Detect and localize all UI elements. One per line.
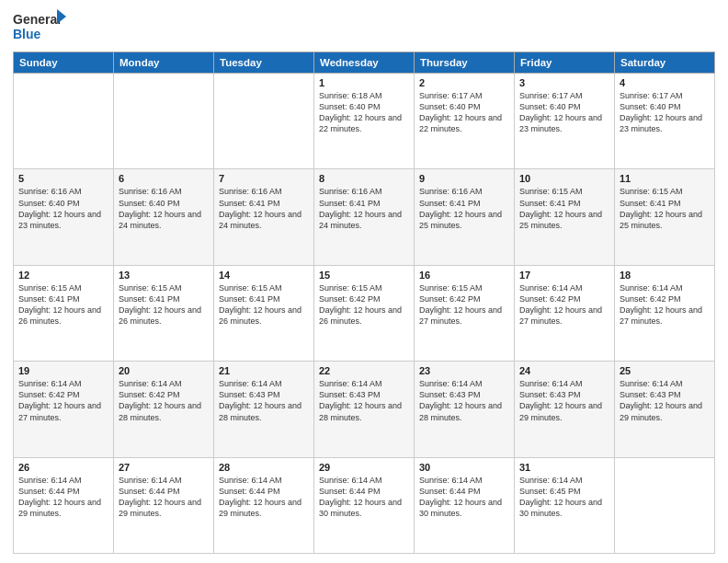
day-info: Sunrise: 6:14 AMSunset: 6:43 PMDaylight:… — [519, 378, 609, 423]
day-info: Sunrise: 6:17 AMSunset: 6:40 PMDaylight:… — [419, 90, 509, 135]
day-cell: 7Sunrise: 6:16 AMSunset: 6:41 PMDaylight… — [214, 169, 314, 265]
day-info: Sunrise: 6:14 AMSunset: 6:43 PMDaylight:… — [319, 378, 409, 423]
day-cell: 9Sunrise: 6:16 AMSunset: 6:41 PMDaylight… — [415, 169, 515, 265]
week-row-5: 26Sunrise: 6:14 AMSunset: 6:44 PMDayligh… — [14, 457, 715, 553]
day-number: 20 — [119, 365, 209, 376]
day-info: Sunrise: 6:14 AMSunset: 6:43 PMDaylight:… — [219, 378, 309, 423]
day-info: Sunrise: 6:15 AMSunset: 6:41 PMDaylight:… — [620, 186, 710, 231]
header-row: SundayMondayTuesdayWednesdayThursdayFrid… — [14, 52, 715, 74]
day-cell — [14, 74, 114, 169]
svg-text:General: General — [13, 12, 61, 27]
day-number: 15 — [319, 270, 409, 281]
day-cell: 17Sunrise: 6:14 AMSunset: 6:42 PMDayligh… — [515, 265, 615, 361]
day-cell: 11Sunrise: 6:15 AMSunset: 6:41 PMDayligh… — [615, 169, 715, 265]
day-cell: 19Sunrise: 6:14 AMSunset: 6:42 PMDayligh… — [14, 362, 114, 457]
day-cell: 25Sunrise: 6:14 AMSunset: 6:43 PMDayligh… — [615, 362, 715, 457]
day-number: 21 — [219, 365, 309, 376]
day-cell: 12Sunrise: 6:15 AMSunset: 6:41 PMDayligh… — [14, 265, 114, 361]
col-header-monday: Monday — [114, 52, 214, 74]
day-info: Sunrise: 6:14 AMSunset: 6:42 PMDaylight:… — [620, 282, 710, 327]
day-number: 29 — [319, 462, 409, 473]
day-info: Sunrise: 6:16 AMSunset: 6:41 PMDaylight:… — [419, 186, 509, 231]
day-cell: 8Sunrise: 6:16 AMSunset: 6:41 PMDaylight… — [314, 169, 415, 265]
day-number: 25 — [620, 365, 710, 376]
day-number: 13 — [119, 270, 209, 281]
day-cell: 26Sunrise: 6:14 AMSunset: 6:44 PMDayligh… — [14, 457, 114, 553]
day-info: Sunrise: 6:14 AMSunset: 6:44 PMDaylight:… — [119, 475, 209, 520]
day-info: Sunrise: 6:14 AMSunset: 6:42 PMDaylight:… — [519, 282, 609, 327]
day-number: 7 — [219, 173, 309, 184]
day-cell: 31Sunrise: 6:14 AMSunset: 6:45 PMDayligh… — [515, 457, 615, 553]
col-header-thursday: Thursday — [415, 52, 515, 74]
day-info: Sunrise: 6:17 AMSunset: 6:40 PMDaylight:… — [519, 90, 609, 135]
calendar-page: GeneralBlue SundayMondayTuesdayWednesday… — [0, 0, 728, 563]
day-number: 31 — [519, 462, 609, 473]
day-info: Sunrise: 6:15 AMSunset: 6:41 PMDaylight:… — [219, 282, 309, 327]
day-info: Sunrise: 6:16 AMSunset: 6:41 PMDaylight:… — [319, 186, 409, 231]
day-info: Sunrise: 6:14 AMSunset: 6:43 PMDaylight:… — [419, 378, 509, 423]
day-cell: 2Sunrise: 6:17 AMSunset: 6:40 PMDaylight… — [415, 74, 515, 169]
day-info: Sunrise: 6:17 AMSunset: 6:40 PMDaylight:… — [620, 90, 710, 135]
day-number: 5 — [18, 173, 108, 184]
day-number: 28 — [219, 462, 309, 473]
col-header-wednesday: Wednesday — [314, 52, 415, 74]
week-row-2: 5Sunrise: 6:16 AMSunset: 6:40 PMDaylight… — [14, 169, 715, 265]
day-cell: 14Sunrise: 6:15 AMSunset: 6:41 PMDayligh… — [214, 265, 314, 361]
calendar-table: SundayMondayTuesdayWednesdayThursdayFrid… — [13, 52, 715, 554]
day-info: Sunrise: 6:16 AMSunset: 6:41 PMDaylight:… — [219, 186, 309, 231]
day-cell: 10Sunrise: 6:15 AMSunset: 6:41 PMDayligh… — [515, 169, 615, 265]
day-cell: 27Sunrise: 6:14 AMSunset: 6:44 PMDayligh… — [114, 457, 214, 553]
day-cell: 30Sunrise: 6:14 AMSunset: 6:44 PMDayligh… — [415, 457, 515, 553]
day-cell: 20Sunrise: 6:14 AMSunset: 6:42 PMDayligh… — [114, 362, 214, 457]
day-cell — [214, 74, 314, 169]
day-cell — [615, 457, 715, 553]
day-cell: 3Sunrise: 6:17 AMSunset: 6:40 PMDaylight… — [515, 74, 615, 169]
week-row-4: 19Sunrise: 6:14 AMSunset: 6:42 PMDayligh… — [14, 362, 715, 457]
day-cell: 4Sunrise: 6:17 AMSunset: 6:40 PMDaylight… — [615, 74, 715, 169]
col-header-tuesday: Tuesday — [214, 52, 314, 74]
day-cell: 16Sunrise: 6:15 AMSunset: 6:42 PMDayligh… — [415, 265, 515, 361]
day-cell: 22Sunrise: 6:14 AMSunset: 6:43 PMDayligh… — [314, 362, 415, 457]
day-number: 11 — [620, 173, 710, 184]
day-cell: 15Sunrise: 6:15 AMSunset: 6:42 PMDayligh… — [314, 265, 415, 361]
col-header-friday: Friday — [515, 52, 615, 74]
day-cell: 18Sunrise: 6:14 AMSunset: 6:42 PMDayligh… — [615, 265, 715, 361]
day-info: Sunrise: 6:16 AMSunset: 6:40 PMDaylight:… — [18, 186, 108, 231]
week-row-3: 12Sunrise: 6:15 AMSunset: 6:41 PMDayligh… — [14, 265, 715, 361]
svg-text:Blue: Blue — [13, 27, 41, 41]
day-number: 4 — [620, 77, 710, 88]
day-cell: 24Sunrise: 6:14 AMSunset: 6:43 PMDayligh… — [515, 362, 615, 457]
day-info: Sunrise: 6:14 AMSunset: 6:45 PMDaylight:… — [519, 475, 609, 520]
day-number: 18 — [620, 270, 710, 281]
day-info: Sunrise: 6:14 AMSunset: 6:44 PMDaylight:… — [319, 475, 409, 520]
day-info: Sunrise: 6:14 AMSunset: 6:44 PMDaylight:… — [419, 475, 509, 520]
day-number: 14 — [219, 270, 309, 281]
day-number: 12 — [18, 270, 108, 281]
day-number: 19 — [18, 365, 108, 376]
day-cell: 13Sunrise: 6:15 AMSunset: 6:41 PMDayligh… — [114, 265, 214, 361]
day-info: Sunrise: 6:15 AMSunset: 6:41 PMDaylight:… — [18, 282, 108, 327]
day-number: 16 — [419, 270, 509, 281]
day-number: 10 — [519, 173, 609, 184]
day-cell: 23Sunrise: 6:14 AMSunset: 6:43 PMDayligh… — [415, 362, 515, 457]
day-cell: 28Sunrise: 6:14 AMSunset: 6:44 PMDayligh… — [214, 457, 314, 553]
day-info: Sunrise: 6:14 AMSunset: 6:43 PMDaylight:… — [620, 378, 710, 423]
day-info: Sunrise: 6:15 AMSunset: 6:42 PMDaylight:… — [419, 282, 509, 327]
day-number: 2 — [419, 77, 509, 88]
col-header-saturday: Saturday — [615, 52, 715, 74]
day-info: Sunrise: 6:18 AMSunset: 6:40 PMDaylight:… — [319, 90, 409, 135]
day-number: 1 — [319, 77, 409, 88]
day-cell — [114, 74, 214, 169]
day-number: 27 — [119, 462, 209, 473]
day-info: Sunrise: 6:14 AMSunset: 6:44 PMDaylight:… — [18, 475, 108, 520]
day-info: Sunrise: 6:14 AMSunset: 6:44 PMDaylight:… — [219, 475, 309, 520]
day-number: 26 — [18, 462, 108, 473]
day-cell: 6Sunrise: 6:16 AMSunset: 6:40 PMDaylight… — [114, 169, 214, 265]
day-info: Sunrise: 6:14 AMSunset: 6:42 PMDaylight:… — [18, 378, 108, 423]
day-number: 24 — [519, 365, 609, 376]
day-cell: 29Sunrise: 6:14 AMSunset: 6:44 PMDayligh… — [314, 457, 415, 553]
day-number: 9 — [419, 173, 509, 184]
day-number: 3 — [519, 77, 609, 88]
day-number: 23 — [419, 365, 509, 376]
day-number: 22 — [319, 365, 409, 376]
